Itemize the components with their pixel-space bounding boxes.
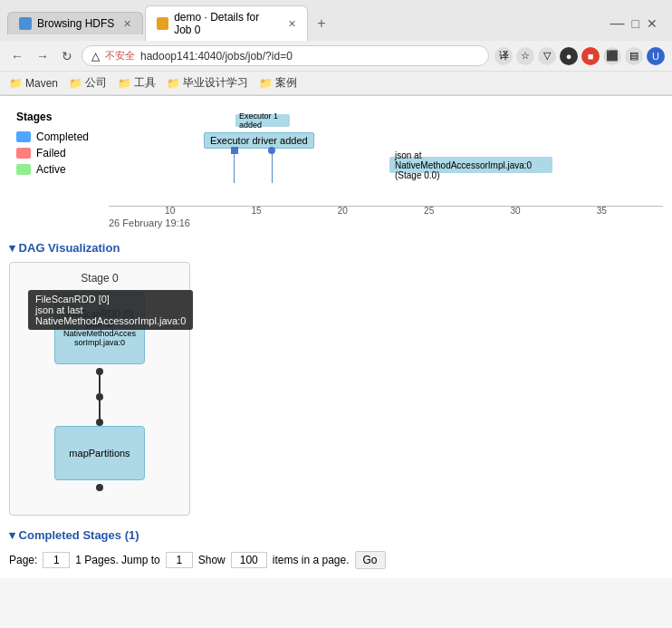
dag-node2-label: mapPartitions xyxy=(69,448,130,459)
executor-dot2 xyxy=(268,147,275,154)
gantt-bars: Executor 1 added Executor driver added j… xyxy=(109,107,663,216)
new-tab-button[interactable]: + xyxy=(310,12,332,35)
bookmark-star-icon[interactable]: ☆ xyxy=(516,47,534,65)
bookmarks-bar: 📁 Maven 📁 公司 📁 工具 📁 毕业设计学习 📁 案例 xyxy=(0,72,672,95)
tooltip-line3: NativeMethodAccessorImpl.java:0 xyxy=(35,315,186,326)
dag-node-mappartitions[interactable]: mapPartitions xyxy=(54,426,145,480)
funnel-icon[interactable]: ▽ xyxy=(538,47,556,65)
json-stage-bar: json at NativeMethodAccessorImpl.java:0 … xyxy=(389,157,552,173)
axis-tick-30: 30 xyxy=(510,206,520,216)
bookmark-thesis[interactable]: 📁 毕业设计学习 xyxy=(167,75,248,91)
tab-demo-job[interactable]: demo · Details for Job 0 ✕ xyxy=(145,5,308,41)
dag-dot-bottom2 xyxy=(96,419,103,426)
user-avatar-icon[interactable]: U xyxy=(647,47,665,65)
axis-tick-20: 20 xyxy=(338,206,348,216)
legend-color-active xyxy=(16,164,31,175)
tab-label-hdfs: Browsing HDFS xyxy=(37,17,114,30)
dag-section-title: ▾ DAG Visualization xyxy=(9,241,120,255)
tab-close-hdfs[interactable]: ✕ xyxy=(123,18,131,30)
translate-icon[interactable]: 译 xyxy=(494,47,513,65)
maximize-button[interactable]: □ xyxy=(632,16,639,31)
dag-dot-bottom1 xyxy=(96,393,103,401)
folder-icon-examples: 📁 xyxy=(259,77,273,90)
folder-icon-maven: 📁 xyxy=(9,77,23,90)
axis-tick-35: 35 xyxy=(597,206,607,216)
dag-diagram-wrapper: Stage 0 FileScanRDD [0] json at last Nat… xyxy=(9,262,190,516)
completed-stages-section: ▾ Completed Stages (1) Page: 1 Pages. Ju… xyxy=(0,523,672,578)
gantt-axis-labels: 10 15 20 25 30 35 xyxy=(109,206,663,216)
address-bar: ← → ↻ △ 不安全 hadoop141:4040/jobs/job/?id=… xyxy=(0,41,672,72)
address-field[interactable]: △ 不安全 hadoop141:4040/jobs/job/?id=0 xyxy=(82,45,489,66)
legend-completed: Completed xyxy=(16,130,92,143)
axis-tick-15: 15 xyxy=(251,206,261,216)
gantt-date: 26 February 19:16 xyxy=(109,216,663,234)
axis-tick-25: 25 xyxy=(424,206,434,216)
show-count-input[interactable] xyxy=(231,552,267,568)
dag-dot-top xyxy=(96,368,103,375)
completed-stages-header[interactable]: ▾ Completed Stages (1) xyxy=(9,528,663,542)
dag-connector1 xyxy=(96,364,103,426)
completed-stages-title: ▾ Completed Stages (1) xyxy=(9,528,139,542)
items-per-page-label: items in a page. xyxy=(273,554,350,566)
tab-close-demo[interactable]: ✕ xyxy=(288,18,296,30)
tooltip-line1: FileScanRDD [0] xyxy=(35,294,186,304)
refresh-button[interactable]: ↻ xyxy=(58,47,76,65)
security-label: 不安全 xyxy=(105,49,135,63)
dag-tooltip: FileScanRDD [0] json at last NativeMetho… xyxy=(28,290,193,330)
extensions-icon[interactable]: ⬛ xyxy=(603,47,621,65)
browser-toolbar: 译 ☆ ▽ ● ■ ⬛ ▤ U xyxy=(494,47,665,65)
close-window-button[interactable]: ✕ xyxy=(647,16,658,31)
legend-color-completed xyxy=(16,131,31,142)
pagination-bar: Page: 1 Pages. Jump to Show items in a p… xyxy=(9,547,663,573)
jump-to-input[interactable] xyxy=(166,552,193,568)
executor-dot xyxy=(231,147,238,154)
extension-icon[interactable]: ■ xyxy=(581,47,600,65)
tab-label-demo: demo · Details for Job 0 xyxy=(174,11,279,36)
legend-label-failed: Failed xyxy=(36,147,66,159)
pages-info-text: 1 Pages. Jump to xyxy=(75,554,159,566)
executor-driver-label: Executor driver added xyxy=(204,132,314,149)
back-button[interactable]: ← xyxy=(7,47,27,65)
browser-chrome: Browsing HDFS ✕ demo · Details for Job 0… xyxy=(0,0,672,96)
window-controls: — □ ✕ xyxy=(610,15,665,32)
tab-icon-demo xyxy=(157,17,168,30)
dag-section: ▾ DAG Visualization Stage 0 FileScanRDD … xyxy=(0,234,672,523)
bookmark-maven[interactable]: 📁 Maven xyxy=(9,75,58,91)
bookmark-tools[interactable]: 📁 工具 xyxy=(118,75,156,91)
legend-active: Active xyxy=(16,163,92,176)
sidebar-icon[interactable]: ▤ xyxy=(625,47,643,65)
tab-bar: Browsing HDFS ✕ demo · Details for Job 0… xyxy=(0,0,672,41)
bookmark-examples[interactable]: 📁 案例 xyxy=(259,75,297,91)
profile-icon[interactable]: ● xyxy=(560,47,578,65)
legend-failed: Failed xyxy=(16,147,92,159)
legend-label-active: Active xyxy=(36,163,66,176)
legend-panel: Stages Completed Failed Active xyxy=(0,96,109,234)
page-content: Stages Completed Failed Active Exe xyxy=(0,96,672,578)
dag-node1-line3: NativeMethodAccessorImpl.java:0 xyxy=(62,329,137,347)
dag-section-header[interactable]: ▾ DAG Visualization xyxy=(9,241,663,255)
show-label: Show xyxy=(198,554,226,566)
folder-icon-thesis: 📁 xyxy=(167,77,180,90)
folder-icon-tools: 📁 xyxy=(118,77,131,90)
go-button[interactable]: Go xyxy=(355,551,386,569)
dag-line2 xyxy=(99,401,101,419)
tooltip-line2: json at last xyxy=(35,304,186,315)
page-number-input[interactable] xyxy=(43,552,70,568)
folder-icon-company: 📁 xyxy=(69,77,82,90)
dag-container: Stage 0 FileScanRDD [0] json at last Nat… xyxy=(9,262,190,516)
legend-label-completed: Completed xyxy=(36,130,89,143)
address-text: hadoop141:4040/jobs/job/?id=0 xyxy=(140,50,293,63)
security-icon: △ xyxy=(91,50,100,63)
axis-tick-10: 10 xyxy=(165,206,175,216)
forward-button[interactable]: → xyxy=(33,47,53,65)
tab-browsing-hdfs[interactable]: Browsing HDFS ✕ xyxy=(7,12,143,34)
bookmark-company[interactable]: 📁 公司 xyxy=(69,75,107,91)
legend: Stages Completed Failed Active xyxy=(7,103,101,183)
executor-removed-bar: Executor 1 added xyxy=(235,114,290,127)
minimize-button[interactable]: — xyxy=(610,15,625,32)
dag-line1 xyxy=(99,375,101,393)
tab-icon-hdfs xyxy=(19,17,32,30)
dag-dot-node2 xyxy=(96,484,103,491)
legend-title: Stages xyxy=(16,111,92,123)
gantt-chart-area: Executor 1 added Executor driver added j… xyxy=(109,96,672,234)
